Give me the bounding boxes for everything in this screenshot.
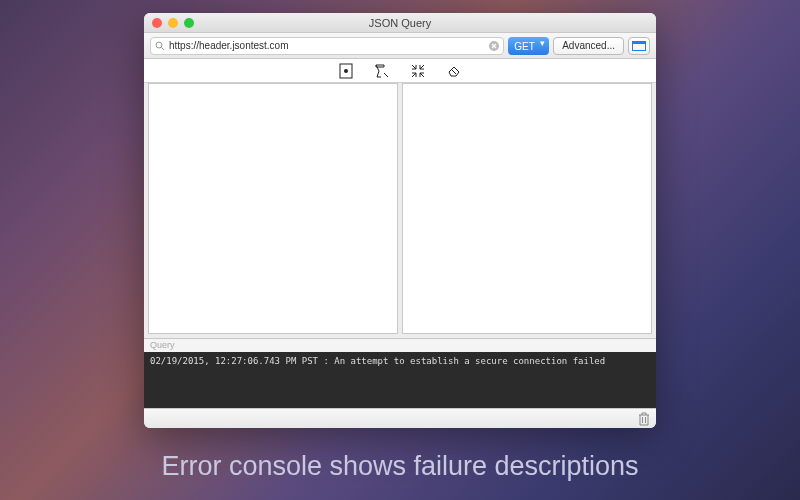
svg-rect-6 xyxy=(633,41,646,44)
svg-line-1 xyxy=(162,47,165,50)
left-pane[interactable] xyxy=(148,83,398,334)
clear-button[interactable] xyxy=(445,62,463,80)
compact-button[interactable] xyxy=(409,62,427,80)
panel-toggle-button[interactable] xyxy=(628,37,650,55)
panel-icon xyxy=(632,41,646,51)
trash-icon xyxy=(638,412,650,426)
window-title: JSON Query xyxy=(144,17,656,29)
titlebar: JSON Query xyxy=(144,13,656,33)
url-field-wrap xyxy=(150,37,504,55)
app-window: JSON Query GET Advanced... xyxy=(144,13,656,428)
svg-line-9 xyxy=(452,70,456,74)
trash-button[interactable] xyxy=(638,412,650,426)
url-input[interactable] xyxy=(169,40,485,51)
svg-point-0 xyxy=(156,42,162,48)
method-select[interactable]: GET xyxy=(508,37,549,55)
right-pane[interactable] xyxy=(402,83,652,334)
clear-url-icon[interactable] xyxy=(489,41,499,51)
content-panes xyxy=(144,83,656,338)
svg-point-8 xyxy=(344,69,348,73)
search-icon xyxy=(155,41,165,51)
footer xyxy=(144,408,656,428)
action-icons xyxy=(144,59,656,83)
prettify-button[interactable] xyxy=(337,62,355,80)
promo-caption: Error console shows failure descriptions xyxy=(0,451,800,482)
format-button[interactable] xyxy=(373,62,391,80)
advanced-button[interactable]: Advanced... xyxy=(553,37,624,55)
query-label: Query xyxy=(144,338,656,352)
method-select-wrap: GET xyxy=(508,36,549,56)
console-line: 02/19/2015, 12:27:06.743 PM PST : An att… xyxy=(150,356,605,366)
error-console[interactable]: 02/19/2015, 12:27:06.743 PM PST : An att… xyxy=(144,352,656,408)
toolbar: GET Advanced... xyxy=(144,33,656,59)
